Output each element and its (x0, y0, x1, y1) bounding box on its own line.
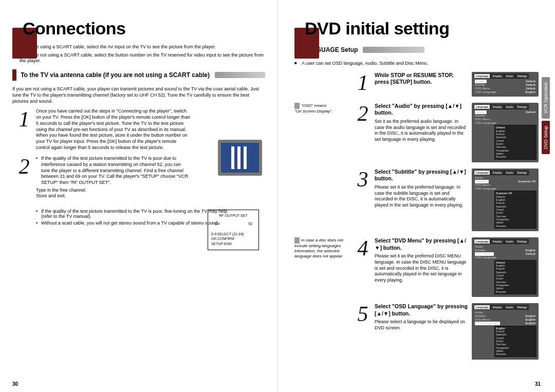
osd-key: Subtitle : (475, 249, 487, 252)
step-body: Select "Audio" by pressing [▲/▼] button.… (375, 103, 472, 143)
osd-val: English (525, 322, 535, 325)
step-number: 3 (351, 169, 375, 190)
page-title: DVD initial setting (305, 20, 539, 37)
osd-row: Audio :Default (474, 110, 536, 114)
info-icon (294, 237, 300, 244)
osd-row: Audio : (474, 176, 536, 180)
osd-tab: Ratings (515, 239, 529, 244)
osd-tab: Display (490, 170, 504, 175)
step-number: 4 (351, 237, 375, 259)
right-steps: 1While STOP or RESUME STOP, press [SETUP… (294, 72, 539, 360)
osd-dropdown: DefaultEnglishFrenchSpanishCzechDutchGer… (494, 260, 536, 294)
bullet-item: If you are not using a SCART cable, sele… (12, 52, 265, 64)
osd-row: Audio : (474, 245, 536, 249)
osd-option: Russian (496, 352, 535, 356)
step-body: Select "DVD Menu" by pressing [▲/▼] butt… (375, 237, 472, 284)
tv-figure (218, 140, 262, 176)
osd-row: DVD Menu :English (474, 318, 536, 322)
rstep-4: In case a disc does not include setting … (294, 237, 539, 297)
intro-bullets: A user can set OSD language, Audio, Subt… (294, 61, 539, 67)
step-number: 1 (351, 72, 375, 94)
section-accent (12, 69, 16, 81)
step-number: 5 (351, 303, 375, 325)
page-number: 30 (12, 381, 18, 387)
osd-title: RF OUTPUT SET (211, 213, 255, 218)
sub-bullet: Without a scart cable, you will not get … (36, 220, 231, 226)
step-body: Select "Subtitle" by pressing [▲/▼] butt… (375, 169, 472, 209)
intro-bullets: If you are using a SCART cable, select t… (12, 44, 265, 64)
osd-option: Russian (496, 225, 535, 228)
sub-bullet: If the quality of the test picture trans… (36, 156, 190, 185)
step-tail: Type in the free channel. (36, 188, 190, 194)
section-title: To the TV via antenna cable (if you are … (18, 69, 213, 81)
osd-key: Subtitle : (475, 114, 487, 118)
osd-tab: Ratings (515, 305, 529, 310)
side-tab-dvd: DVD Setup (542, 121, 550, 154)
osd-tab: Ratings (515, 104, 529, 109)
osd-ch-label: CH (214, 221, 219, 227)
margin-note: In case a disc does not include setting … (294, 237, 351, 259)
bullet-item: If you are using a SCART cable, select t… (12, 44, 265, 50)
osd-key: DVD Menu : (475, 87, 492, 90)
step-body: Once you have carried out the steps in "… (36, 108, 190, 151)
osd-key: OSD Language : (475, 187, 498, 191)
osd-row: Subtitle :English (474, 314, 536, 318)
osd-row: OSD Language :English (474, 90, 536, 94)
sub-bullet: If the quality of the test picture trans… (36, 209, 231, 219)
step-head: Select "OSD Language" by pressing [▲/▼] … (375, 303, 469, 317)
osd-hint: OK:CONFIRM SETUP:END (211, 236, 255, 247)
osd-dropdown: DefaultEnglishFrenchSpanishCzechDutchGer… (494, 125, 536, 159)
osd-tab: Audio (504, 104, 515, 109)
osd-val: English (525, 249, 535, 252)
osd-tab: Audio (504, 73, 515, 79)
side-tabs: VCR Operation DVD Setup (542, 77, 550, 156)
osd-key: DVD Menu : (475, 252, 494, 256)
osd-screenshot: LanguageDisplayAudioRatingsAudio :Subtit… (472, 237, 539, 297)
rf-output-box: RF OUTPUT SET CH 52 0-9:SELECT (21-69) O… (208, 210, 259, 250)
osd-key: DVD Menu : (475, 118, 492, 121)
osd-val: English (525, 318, 535, 322)
osd-val: Supreme Off (518, 180, 535, 183)
osd-screenshot: LanguageDisplayAudioRatingsAudio :Subtit… (472, 169, 539, 231)
title-block: DVD initial setting (294, 10, 539, 37)
section-rule (363, 47, 424, 53)
osd-key: Audio : (475, 80, 487, 83)
osd-val: Default (526, 87, 535, 90)
osd-tabs: LanguageDisplayAudioRatings (474, 170, 536, 175)
step-desc: Set it as the preferred audio language. … (375, 119, 469, 143)
osd-key: OSD Language : (475, 90, 498, 94)
rstep-1: 1While STOP or RESUME STOP, press [SETUP… (294, 72, 539, 97)
osd-key: DVD Menu : (475, 183, 492, 187)
osd-key: OSD Language : (475, 256, 498, 259)
osd-key: Audio : (475, 245, 485, 249)
osd-val: Default (526, 252, 535, 256)
osd-row: Subtitle :Default (474, 83, 536, 87)
osd-tab: Display (490, 104, 504, 109)
step-body: If the quality of the test picture trans… (36, 156, 190, 199)
osd-tabs: LanguageDisplayAudioRatings (474, 73, 536, 79)
step-number: 2 (12, 156, 36, 199)
osd-key: Audio : (475, 311, 485, 314)
osd-tab: Language (474, 170, 490, 175)
step-head: Select "Audio" by pressing [▲/▼] button. (375, 103, 469, 117)
osd-row: OSD Language :English (474, 322, 536, 325)
step-desc: Please set it as the preferred DISC MENU… (375, 253, 469, 283)
page-right: DVD initial setting LANGUAGE Setup A use… (278, 0, 555, 392)
osd-key: OSD Language : (475, 121, 498, 125)
osd-tab: Ratings (515, 73, 529, 79)
osd-row: OSD Language : (474, 187, 536, 191)
osd-screenshot: LanguageDisplayAudioRatingsAudio :Defaul… (472, 72, 539, 97)
osd-hint: 0-9:SELECT (21-69) (211, 232, 255, 237)
osd-tab: Language (474, 73, 490, 79)
osd-tab: Ratings (515, 170, 529, 175)
osd-tab: Display (490, 73, 504, 79)
step-head: Select "Subtitle" by pressing [▲/▼] butt… (375, 169, 469, 182)
osd-tab: Display (490, 305, 504, 310)
osd-key: Subtitle : (475, 314, 487, 318)
osd-row: OSD Language : (474, 121, 536, 125)
step-desc: Please select a language to be displayed… (375, 319, 469, 331)
osd-row: Subtitle : (474, 114, 536, 118)
page-number: 31 (535, 381, 541, 387)
osd-option: Russian (496, 155, 535, 158)
osd-tab: Audio (504, 305, 515, 310)
